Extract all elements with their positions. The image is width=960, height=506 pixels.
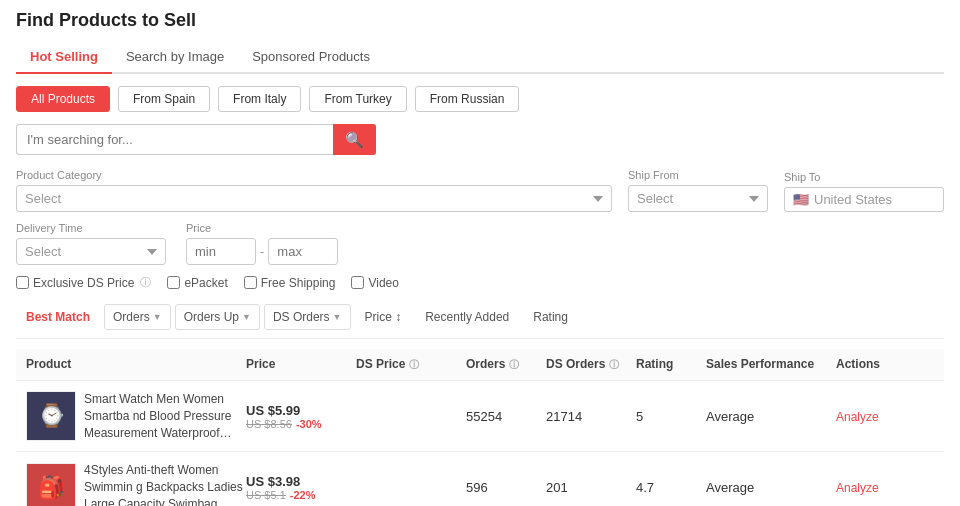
exclusive-ds-info-icon: ⓘ — [140, 275, 151, 290]
exclusive-ds-label: Exclusive DS Price — [33, 276, 134, 290]
product-category-label: Product Category — [16, 169, 612, 181]
price-label: Price — [186, 222, 338, 234]
original-price-value: US $5.1 — [246, 489, 286, 501]
price-range: - — [186, 238, 338, 265]
price-group: Price - — [186, 222, 338, 265]
discount-badge: -30% — [296, 418, 322, 430]
sort-price[interactable]: Price ↕ — [355, 305, 412, 329]
pill-from-spain[interactable]: From Spain — [118, 86, 210, 112]
header-ds-orders: DS Orders ⓘ — [546, 357, 636, 372]
filter-pills: All Products From Spain From Italy From … — [16, 86, 944, 112]
header-actions: Actions — [836, 357, 916, 372]
sort-ds-orders-dropdown[interactable]: DS Orders ▼ — [264, 304, 351, 330]
checkbox-video[interactable]: Video — [351, 276, 398, 290]
search-input[interactable] — [16, 124, 333, 155]
price-min-input[interactable] — [186, 238, 256, 265]
sort-orders-dropdown[interactable]: Orders ▼ — [104, 304, 171, 330]
checkbox-row: Exclusive DS Price ⓘ ePacket Free Shippi… — [16, 275, 944, 290]
header-sales-performance: Sales Performance — [706, 357, 836, 372]
ds-price-info-icon: ⓘ — [409, 359, 419, 370]
header-orders: Orders ⓘ — [466, 357, 546, 372]
ship-from-label: Ship From — [628, 169, 768, 181]
sort-orders-up-dropdown[interactable]: Orders Up ▼ — [175, 304, 260, 330]
table-row: ⌚ Smart Watch Men Women Smartba nd Blood… — [16, 381, 944, 452]
free-shipping-checkbox[interactable] — [244, 276, 257, 289]
price-dash: - — [260, 244, 264, 259]
product-image: 🎒 — [26, 463, 76, 506]
product-name: Smart Watch Men Women Smartba nd Blood P… — [84, 391, 246, 441]
search-button[interactable]: 🔍 — [333, 124, 376, 155]
ship-to-select[interactable]: United States — [814, 192, 924, 207]
analyze-link[interactable]: Analyze — [836, 481, 879, 495]
orders-info-icon: ⓘ — [509, 359, 519, 370]
pill-from-russian[interactable]: From Russian — [415, 86, 520, 112]
header-price: Price — [246, 357, 356, 372]
pill-from-italy[interactable]: From Italy — [218, 86, 301, 112]
sort-best-match[interactable]: Best Match — [16, 305, 100, 329]
price-cell: US $3.98 US $5.1 -22% — [246, 474, 356, 501]
price-value: US $3.98 — [246, 474, 356, 489]
delivery-price-row: Delivery Time Select Price - — [16, 222, 944, 265]
product-table: ⌚ Smart Watch Men Women Smartba nd Blood… — [16, 381, 944, 506]
original-price: US $8.56 -30% — [246, 418, 356, 430]
delivery-time-label: Delivery Time — [16, 222, 166, 234]
actions-cell: Analyze — [836, 409, 916, 424]
ds-orders-info-icon: ⓘ — [609, 359, 619, 370]
orders-up-chevron-icon: ▼ — [242, 312, 251, 322]
header-rating: Rating — [636, 357, 706, 372]
exclusive-ds-checkbox[interactable] — [16, 276, 29, 289]
delivery-time-group: Delivery Time Select — [16, 222, 166, 265]
table-row: 🎒 4Styles Anti-theft Women Swimmin g Bac… — [16, 452, 944, 506]
tab-search-by-image[interactable]: Search by Image — [112, 41, 238, 74]
product-cell: 🎒 4Styles Anti-theft Women Swimmin g Bac… — [26, 462, 246, 506]
analyze-link[interactable]: Analyze — [836, 410, 879, 424]
pill-from-turkey[interactable]: From Turkey — [309, 86, 406, 112]
original-price: US $5.1 -22% — [246, 489, 356, 501]
orders-chevron-icon: ▼ — [153, 312, 162, 322]
product-cell: ⌚ Smart Watch Men Women Smartba nd Blood… — [26, 391, 246, 441]
checkbox-free-shipping[interactable]: Free Shipping — [244, 276, 336, 290]
table-header: Product Price DS Price ⓘ Orders ⓘ DS Ord… — [16, 349, 944, 381]
sort-orders-label: Orders — [113, 310, 150, 324]
original-price-value: US $8.56 — [246, 418, 292, 430]
ds-orders-chevron-icon: ▼ — [333, 312, 342, 322]
checkbox-epacket[interactable]: ePacket — [167, 276, 227, 290]
page-title: Find Products to Sell — [16, 10, 944, 31]
price-max-input[interactable] — [268, 238, 338, 265]
epacket-checkbox[interactable] — [167, 276, 180, 289]
header-ds-price: DS Price ⓘ — [356, 357, 466, 372]
sort-recently-added[interactable]: Recently Added — [415, 305, 519, 329]
us-flag-icon: 🇺🇸 — [793, 192, 809, 207]
product-image: ⌚ — [26, 391, 76, 441]
ds-orders-cell: 21714 — [546, 409, 636, 424]
search-bar: 🔍 — [16, 124, 376, 155]
actions-cell: Analyze — [836, 480, 916, 495]
tab-hot-selling[interactable]: Hot Selling — [16, 41, 112, 74]
epacket-label: ePacket — [184, 276, 227, 290]
discount-badge: -22% — [290, 489, 316, 501]
ship-to-label: Ship To — [784, 171, 944, 183]
page-container: Find Products to Sell Hot Selling Search… — [0, 0, 960, 506]
video-checkbox[interactable] — [351, 276, 364, 289]
price-value: US $5.99 — [246, 403, 356, 418]
ds-orders-cell: 201 — [546, 480, 636, 495]
header-product: Product — [26, 357, 246, 372]
ship-from-group: Ship From Select — [628, 169, 768, 212]
sales-performance-cell: Average — [706, 409, 836, 424]
delivery-time-select[interactable]: Select — [16, 238, 166, 265]
free-shipping-label: Free Shipping — [261, 276, 336, 290]
rating-cell: 5 — [636, 409, 706, 424]
sort-ds-orders-label: DS Orders — [273, 310, 330, 324]
checkbox-exclusive-ds[interactable]: Exclusive DS Price ⓘ — [16, 275, 151, 290]
sort-rating[interactable]: Rating — [523, 305, 578, 329]
product-name: 4Styles Anti-theft Women Swimmin g Backp… — [84, 462, 246, 506]
orders-cell: 55254 — [466, 409, 546, 424]
pill-all-products[interactable]: All Products — [16, 86, 110, 112]
orders-cell: 596 — [466, 480, 546, 495]
product-category-select[interactable]: Select — [16, 185, 612, 212]
sort-row: Best Match Orders ▼ Orders Up ▼ DS Order… — [16, 304, 944, 339]
tab-sponsored-products[interactable]: Sponsored Products — [238, 41, 384, 74]
ship-from-select[interactable]: Select — [628, 185, 768, 212]
sort-orders-up-label: Orders Up — [184, 310, 239, 324]
product-category-group: Product Category Select — [16, 169, 612, 212]
